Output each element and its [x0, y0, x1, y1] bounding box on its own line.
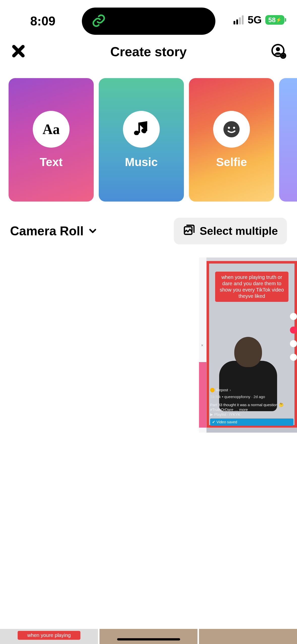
person-gear-icon — [271, 43, 286, 60]
page-title: Create story — [110, 44, 187, 59]
svg-point-3 — [276, 47, 280, 51]
story-card-text[interactable]: Aa Text — [9, 78, 94, 202]
gallery-item[interactable] — [199, 629, 297, 644]
card-label: Selfie — [216, 155, 247, 169]
svg-point-10 — [223, 121, 240, 137]
gallery-item[interactable] — [100, 257, 197, 433]
gallery-row-peek[interactable]: when youre playing — [0, 629, 297, 644]
cellular-signal-icon — [234, 15, 244, 24]
smile-face-icon — [213, 111, 250, 148]
album-bar: Camera Roll Select multiple — [0, 212, 297, 250]
story-card-next[interactable]: B — [279, 78, 297, 202]
status-time: 8:09 — [30, 14, 55, 28]
tiktok-screenshot-thumb: × when youre playing truth or dare and y… — [199, 257, 297, 433]
svg-point-11 — [228, 127, 230, 129]
gallery-item[interactable] — [0, 257, 98, 433]
network-type: 5G — [248, 14, 262, 26]
story-mode-scroller[interactable]: Aa Text Music Selfie B — [0, 68, 297, 212]
status-right: 5G 58⚡ — [234, 14, 284, 26]
camera-roll-grid[interactable]: × when youre playing truth or dare and y… — [0, 250, 297, 433]
meme-caption: when youre playing truth or dare and you… — [215, 272, 288, 302]
link-chain-icon — [91, 13, 106, 29]
home-indicator[interactable] — [117, 638, 180, 640]
text-icon: Aa — [33, 111, 70, 148]
close-icon — [12, 44, 25, 59]
nav-header: Create story — [0, 35, 297, 68]
album-label: Camera Roll — [10, 224, 84, 238]
gallery-item[interactable]: when youre playing — [0, 629, 98, 644]
card-label: Text — [40, 155, 62, 169]
story-card-music[interactable]: Music — [99, 78, 184, 202]
status-bar: 8:09 5G 58⚡ — [0, 0, 297, 35]
chevron-down-icon — [88, 224, 97, 238]
close-button[interactable] — [10, 43, 27, 60]
story-card-selfie[interactable]: Selfie — [189, 78, 274, 202]
card-label: Music — [125, 155, 158, 169]
image-stack-icon — [183, 224, 195, 238]
gallery-item[interactable]: × when youre playing truth or dare and y… — [199, 257, 297, 433]
select-multiple-button[interactable]: Select multiple — [174, 218, 287, 244]
dynamic-island[interactable] — [82, 8, 215, 35]
album-picker[interactable]: Camera Roll — [10, 224, 97, 238]
select-multiple-label: Select multiple — [200, 225, 278, 237]
story-settings-button[interactable] — [270, 43, 287, 60]
svg-point-12 — [233, 127, 235, 129]
gallery-item[interactable] — [100, 629, 197, 644]
music-note-icon — [123, 111, 160, 148]
battery-indicator: 58⚡ — [265, 15, 284, 25]
svg-point-5 — [282, 55, 284, 57]
